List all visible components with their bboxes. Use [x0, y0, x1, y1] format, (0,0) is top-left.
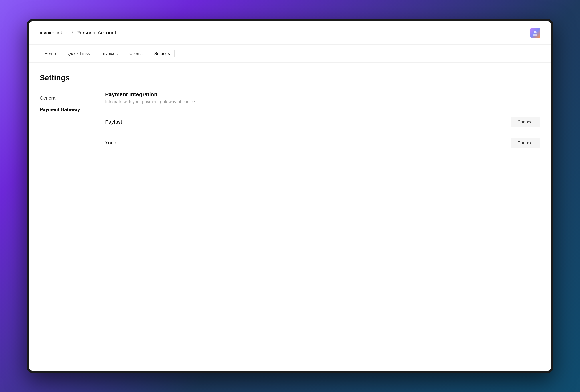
gateway-row-yoco: Yoco Connect — [105, 132, 540, 153]
nav-item-home[interactable]: Home — [40, 49, 60, 58]
monitor: invoicelink.io / Personal Account Home Q… — [27, 19, 554, 373]
screen: invoicelink.io / Personal Account Home Q… — [29, 21, 551, 371]
sidebar-item-general[interactable]: General — [40, 93, 91, 103]
main-content: Settings General Payment Gateway Payment… — [29, 63, 551, 371]
gateway-row-payfast: Payfast Connect — [105, 112, 540, 132]
nav-item-quicklinks[interactable]: Quick Links — [63, 49, 95, 58]
svg-point-1 — [533, 34, 538, 36]
nav: Home Quick Links Invoices Clients Settin… — [29, 45, 551, 63]
content-layout: General Payment Gateway Payment Integrat… — [40, 91, 540, 153]
gateway-name-yoco: Yoco — [105, 140, 116, 146]
sidebar-item-payment-gateway[interactable]: Payment Gateway — [40, 104, 91, 114]
breadcrumb-current: Personal Account — [76, 30, 116, 36]
section-title: Payment Integration — [105, 91, 540, 98]
nav-item-clients[interactable]: Clients — [125, 49, 147, 58]
avatar[interactable] — [530, 28, 540, 38]
svg-point-0 — [534, 31, 537, 33]
nav-item-settings[interactable]: Settings — [150, 49, 174, 58]
connect-button-payfast[interactable]: Connect — [511, 117, 540, 127]
gateway-name-payfast: Payfast — [105, 119, 122, 125]
header: invoicelink.io / Personal Account — [29, 21, 551, 45]
brand-name: invoicelink.io — [40, 30, 69, 36]
section-subtitle: Integrate with your payment gateway of c… — [105, 99, 540, 104]
section-header: Payment Integration Integrate with your … — [105, 91, 540, 104]
breadcrumb-separator: / — [72, 30, 73, 36]
connect-button-yoco[interactable]: Connect — [511, 138, 540, 148]
page-title: Settings — [40, 74, 540, 82]
header-left: invoicelink.io / Personal Account — [40, 30, 116, 36]
settings-content: Payment Integration Integrate with your … — [105, 91, 540, 153]
settings-sidebar: General Payment Gateway — [40, 91, 91, 153]
nav-item-invoices[interactable]: Invoices — [97, 49, 122, 58]
